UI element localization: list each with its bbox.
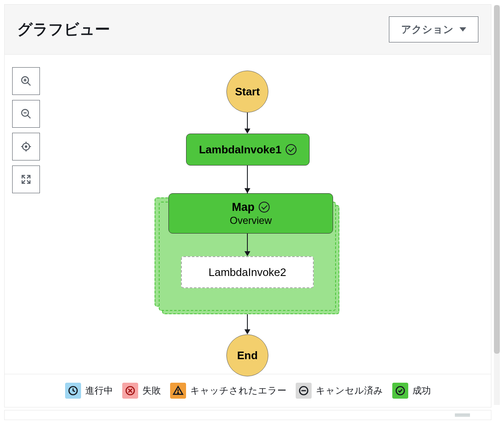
arrow-head-icon: [244, 251, 250, 256]
end-label: End: [237, 349, 257, 362]
end-node[interactable]: End: [226, 334, 268, 376]
grip-icon: [455, 414, 470, 416]
legend-success-label: 成功: [412, 384, 431, 397]
legend-cancelled: キャンセル済み: [296, 383, 383, 399]
cancel-icon: [296, 383, 312, 399]
legend-caught-label: キャッチされたエラー: [190, 384, 286, 397]
error-icon: [122, 383, 138, 399]
clock-icon: [65, 383, 81, 399]
scrollbar-thumb[interactable]: [494, 5, 500, 354]
legend-cancelled-label: キャンセル済み: [316, 384, 383, 397]
page-title: グラフビュー: [17, 19, 110, 40]
actions-label: アクション: [401, 23, 454, 36]
legend-inprogress: 進行中: [65, 383, 113, 399]
vertical-scrollbar[interactable]: [494, 5, 500, 405]
success-check-icon: [286, 144, 297, 155]
legend-failed: 失敗: [122, 383, 161, 399]
graph-view-header: グラフビュー アクション: [4, 4, 491, 55]
start-label: Start: [235, 85, 260, 98]
arrow-head-icon: [244, 188, 250, 193]
state-map[interactable]: Map Overview: [168, 193, 333, 234]
map-title: Map: [232, 201, 255, 214]
state1-label: LambdaInvoke1: [199, 143, 282, 156]
legend-success: 成功: [392, 383, 431, 399]
legend-caught: キャッチされたエラー: [170, 383, 286, 399]
graph-canvas[interactable]: Start LambdaInvoke1 Map Overview: [4, 55, 491, 374]
resize-handle-bar[interactable]: [4, 410, 491, 420]
warning-icon: [170, 383, 186, 399]
actions-dropdown-button[interactable]: アクション: [389, 16, 478, 42]
legend-inprogress-label: 進行中: [85, 384, 113, 397]
state-lambdainvoke2[interactable]: LambdaInvoke2: [181, 256, 314, 288]
state2-label: LambdaInvoke2: [208, 266, 286, 279]
edge-start-to-state1: [247, 113, 248, 129]
caret-down-icon: [459, 27, 466, 32]
success-check-icon: [259, 202, 270, 213]
state-machine-graph: Start LambdaInvoke1 Map Overview: [5, 55, 491, 374]
start-node[interactable]: Start: [226, 71, 268, 113]
status-legend: 進行中 失敗 キャッチされたエラー キャンセル済み 成功: [4, 374, 491, 407]
svg-point-23: [177, 392, 178, 393]
success-icon: [392, 383, 408, 399]
legend-failed-label: 失敗: [142, 384, 161, 397]
state-lambdainvoke1[interactable]: LambdaInvoke1: [186, 134, 310, 166]
map-subtitle: Overview: [230, 215, 272, 226]
arrow-head-icon: [244, 129, 250, 134]
arrow-head-icon: [244, 329, 250, 334]
